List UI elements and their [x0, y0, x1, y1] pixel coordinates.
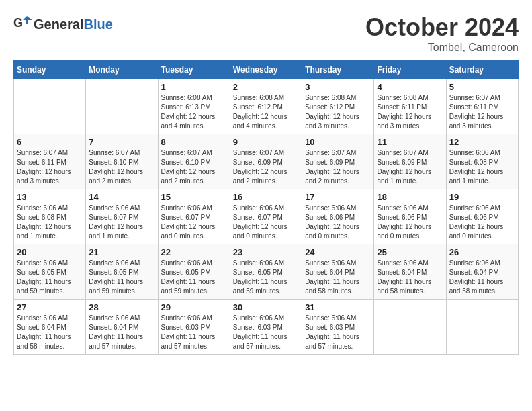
calendar-cell: 31Sunrise: 6:06 AM Sunset: 6:03 PM Dayli… — [302, 300, 374, 355]
calendar-cell: 17Sunrise: 6:06 AM Sunset: 6:06 PM Dayli… — [302, 189, 374, 244]
weekday-header: Monday — [86, 61, 158, 79]
calendar-cell: 3Sunrise: 6:08 AM Sunset: 6:12 PM Daylig… — [302, 79, 374, 134]
logo-icon: G — [13, 13, 32, 35]
day-number: 13 — [17, 192, 83, 202]
title-block: October 2024 Tombel, Cameroon — [365, 13, 519, 54]
calendar-cell: 28Sunrise: 6:06 AM Sunset: 6:04 PM Dayli… — [86, 300, 158, 355]
day-number: 26 — [449, 247, 515, 257]
day-info: Sunrise: 6:06 AM Sunset: 6:04 PM Dayligh… — [305, 259, 371, 296]
day-info: Sunrise: 6:07 AM Sunset: 6:11 PM Dayligh… — [449, 93, 515, 131]
calendar-cell: 16Sunrise: 6:06 AM Sunset: 6:07 PM Dayli… — [230, 189, 302, 244]
calendar-cell: 13Sunrise: 6:06 AM Sunset: 6:08 PM Dayli… — [14, 189, 86, 244]
calendar-cell: 27Sunrise: 6:06 AM Sunset: 6:04 PM Dayli… — [14, 300, 86, 355]
day-info: Sunrise: 6:06 AM Sunset: 6:05 PM Dayligh… — [89, 259, 154, 296]
day-number: 12 — [449, 137, 515, 147]
calendar-cell: 2Sunrise: 6:08 AM Sunset: 6:12 PM Daylig… — [230, 79, 302, 134]
day-number: 18 — [377, 192, 443, 202]
weekday-header: Thursday — [302, 61, 374, 79]
day-info: Sunrise: 6:08 AM Sunset: 6:12 PM Dayligh… — [305, 93, 371, 131]
day-number: 25 — [377, 247, 443, 257]
calendar-cell: 9Sunrise: 6:07 AM Sunset: 6:09 PM Daylig… — [230, 134, 302, 189]
day-number: 22 — [161, 247, 227, 257]
day-info: Sunrise: 6:06 AM Sunset: 6:07 PM Dayligh… — [233, 203, 299, 241]
page-title: October 2024 — [365, 13, 519, 42]
day-info: Sunrise: 6:06 AM Sunset: 6:06 PM Dayligh… — [377, 203, 443, 241]
day-number: 23 — [233, 247, 299, 257]
day-info: Sunrise: 6:06 AM Sunset: 6:03 PM Dayligh… — [161, 314, 227, 351]
calendar-cell: 29Sunrise: 6:06 AM Sunset: 6:03 PM Dayli… — [158, 300, 230, 355]
calendar-cell: 4Sunrise: 6:08 AM Sunset: 6:11 PM Daylig… — [374, 79, 446, 134]
day-info: Sunrise: 6:08 AM Sunset: 6:13 PM Dayligh… — [161, 93, 227, 131]
day-info: Sunrise: 6:07 AM Sunset: 6:10 PM Dayligh… — [89, 148, 154, 186]
day-info: Sunrise: 6:06 AM Sunset: 6:05 PM Dayligh… — [161, 259, 227, 296]
calendar-cell — [86, 79, 158, 134]
day-number: 5 — [449, 82, 515, 92]
weekday-header: Wednesday — [230, 61, 302, 79]
day-info: Sunrise: 6:06 AM Sunset: 6:08 PM Dayligh… — [449, 148, 515, 186]
day-info: Sunrise: 6:06 AM Sunset: 6:05 PM Dayligh… — [233, 259, 299, 296]
calendar-cell: 6Sunrise: 6:07 AM Sunset: 6:11 PM Daylig… — [14, 134, 86, 189]
day-number: 7 — [89, 137, 154, 147]
weekday-header: Tuesday — [158, 61, 230, 79]
calendar-cell: 20Sunrise: 6:06 AM Sunset: 6:05 PM Dayli… — [14, 244, 86, 300]
calendar-cell: 1Sunrise: 6:08 AM Sunset: 6:13 PM Daylig… — [158, 79, 230, 134]
page-subtitle: Tombel, Cameroon — [365, 42, 519, 54]
page-header: G GeneralBlue October 2024 Tombel, Camer… — [13, 13, 519, 54]
day-info: Sunrise: 6:07 AM Sunset: 6:09 PM Dayligh… — [377, 148, 443, 186]
calendar-cell — [446, 300, 518, 355]
day-number: 20 — [17, 247, 83, 257]
day-number: 14 — [89, 192, 154, 202]
calendar-cell: 23Sunrise: 6:06 AM Sunset: 6:05 PM Dayli… — [230, 244, 302, 300]
day-number: 16 — [233, 192, 299, 202]
day-number: 3 — [305, 82, 371, 92]
svg-text:G: G — [13, 16, 23, 30]
day-info: Sunrise: 6:06 AM Sunset: 6:04 PM Dayligh… — [89, 314, 154, 351]
day-info: Sunrise: 6:07 AM Sunset: 6:10 PM Dayligh… — [161, 148, 227, 186]
day-info: Sunrise: 6:06 AM Sunset: 6:04 PM Dayligh… — [377, 259, 443, 296]
day-number: 11 — [377, 137, 443, 147]
day-number: 4 — [377, 82, 443, 92]
day-info: Sunrise: 6:06 AM Sunset: 6:05 PM Dayligh… — [17, 259, 83, 296]
day-number: 31 — [305, 302, 371, 312]
day-info: Sunrise: 6:06 AM Sunset: 6:04 PM Dayligh… — [17, 314, 83, 351]
calendar-cell: 22Sunrise: 6:06 AM Sunset: 6:05 PM Dayli… — [158, 244, 230, 300]
day-info: Sunrise: 6:06 AM Sunset: 6:07 PM Dayligh… — [89, 203, 154, 241]
calendar-cell: 18Sunrise: 6:06 AM Sunset: 6:06 PM Dayli… — [374, 189, 446, 244]
calendar-cell: 10Sunrise: 6:07 AM Sunset: 6:09 PM Dayli… — [302, 134, 374, 189]
day-info: Sunrise: 6:07 AM Sunset: 6:09 PM Dayligh… — [233, 148, 299, 186]
day-number: 6 — [17, 137, 83, 147]
calendar-cell: 26Sunrise: 6:06 AM Sunset: 6:04 PM Dayli… — [446, 244, 518, 300]
logo-blue: Blue — [83, 17, 112, 32]
calendar-cell: 12Sunrise: 6:06 AM Sunset: 6:08 PM Dayli… — [446, 134, 518, 189]
day-info: Sunrise: 6:07 AM Sunset: 6:09 PM Dayligh… — [305, 148, 371, 186]
svg-marker-1 — [23, 16, 32, 24]
day-number: 2 — [233, 82, 299, 92]
day-number: 8 — [161, 137, 227, 147]
day-number: 27 — [17, 302, 83, 312]
day-info: Sunrise: 6:06 AM Sunset: 6:06 PM Dayligh… — [449, 203, 515, 241]
day-info: Sunrise: 6:06 AM Sunset: 6:03 PM Dayligh… — [305, 314, 371, 351]
day-info: Sunrise: 6:07 AM Sunset: 6:11 PM Dayligh… — [17, 148, 83, 186]
calendar-cell: 15Sunrise: 6:06 AM Sunset: 6:07 PM Dayli… — [158, 189, 230, 244]
day-number: 9 — [233, 137, 299, 147]
logo: G GeneralBlue — [13, 13, 113, 35]
calendar-table: SundayMondayTuesdayWednesdayThursdayFrid… — [13, 60, 519, 355]
day-number: 21 — [89, 247, 154, 257]
day-info: Sunrise: 6:06 AM Sunset: 6:08 PM Dayligh… — [17, 203, 83, 241]
calendar-cell: 7Sunrise: 6:07 AM Sunset: 6:10 PM Daylig… — [86, 134, 158, 189]
calendar-cell: 5Sunrise: 6:07 AM Sunset: 6:11 PM Daylig… — [446, 79, 518, 134]
day-number: 30 — [233, 302, 299, 312]
day-info: Sunrise: 6:08 AM Sunset: 6:11 PM Dayligh… — [377, 93, 443, 131]
day-number: 24 — [305, 247, 371, 257]
day-info: Sunrise: 6:06 AM Sunset: 6:04 PM Dayligh… — [449, 259, 515, 296]
day-number: 15 — [161, 192, 227, 202]
day-info: Sunrise: 6:06 AM Sunset: 6:06 PM Dayligh… — [305, 203, 371, 241]
day-info: Sunrise: 6:06 AM Sunset: 6:03 PM Dayligh… — [233, 314, 299, 351]
weekday-header: Sunday — [14, 61, 86, 79]
calendar-cell: 14Sunrise: 6:06 AM Sunset: 6:07 PM Dayli… — [86, 189, 158, 244]
weekday-header: Saturday — [446, 61, 518, 79]
weekday-header: Friday — [374, 61, 446, 79]
calendar-cell: 11Sunrise: 6:07 AM Sunset: 6:09 PM Dayli… — [374, 134, 446, 189]
calendar-cell: 30Sunrise: 6:06 AM Sunset: 6:03 PM Dayli… — [230, 300, 302, 355]
day-info: Sunrise: 6:06 AM Sunset: 6:07 PM Dayligh… — [161, 203, 227, 241]
